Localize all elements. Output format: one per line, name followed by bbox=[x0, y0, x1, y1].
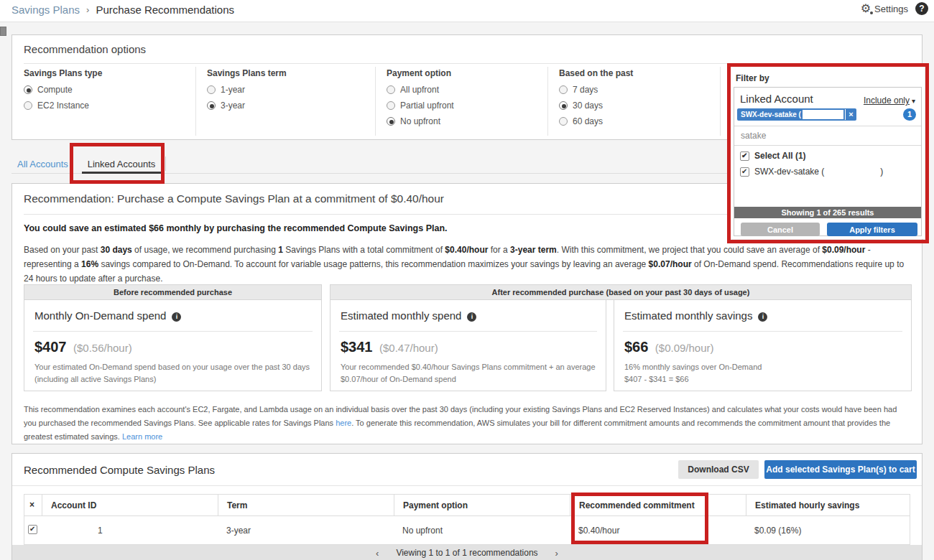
radio-label: 7 days bbox=[573, 85, 598, 95]
radio-icon bbox=[387, 101, 395, 110]
inline-link[interactable]: Learn more bbox=[122, 432, 162, 441]
settings-button[interactable]: ⚙ Settings bbox=[861, 2, 908, 15]
card-description: 16% monthly savings over On-Demand $407 … bbox=[624, 361, 904, 386]
pagination-text: Viewing 1 to 1 of 1 recommendations bbox=[396, 548, 537, 558]
radio-icon bbox=[559, 85, 568, 94]
savings-summary: You could save an estimated $66 monthly … bbox=[24, 223, 448, 233]
divider bbox=[12, 485, 922, 486]
card-title: Monthly On-Demand spendi bbox=[34, 309, 181, 322]
pagination-bar: ‹ Viewing 1 to 1 of 1 recommendations › bbox=[12, 545, 922, 560]
breadcrumb-current: Purchase Recommendations bbox=[96, 4, 234, 16]
column-header-estimated-hourly-savings: Estimated hourly savings bbox=[746, 495, 911, 515]
amount-value: $66 bbox=[624, 339, 648, 355]
recommendation-title: Recommendation: Purchase a Compute Savin… bbox=[24, 192, 444, 205]
info-icon[interactable]: i bbox=[172, 312, 181, 322]
gear-icon: ⚙ bbox=[861, 2, 871, 15]
top-bar: Savings Plans › Purchase Recommendations… bbox=[0, 0, 934, 22]
radio-label: 30 days bbox=[573, 101, 603, 111]
breadcrumb-savings-plans-link[interactable]: Savings Plans bbox=[11, 4, 80, 16]
monthly-on-demand-card: Monthly On-Demand spendi $407 ($0.56/hou… bbox=[24, 299, 322, 391]
group-label: Payment option bbox=[387, 68, 454, 78]
info-icon[interactable]: i bbox=[467, 312, 476, 322]
divider bbox=[339, 331, 597, 332]
help-icon[interactable]: ? bbox=[915, 2, 928, 15]
divider bbox=[720, 67, 721, 136]
account-option[interactable]: SWX-dev-satake () bbox=[740, 167, 883, 177]
row-checkbox[interactable] bbox=[28, 525, 37, 534]
radio-option-compute[interactable]: Compute bbox=[24, 85, 102, 95]
radio-option-30-days[interactable]: 30 days bbox=[559, 101, 633, 111]
filter-field-label: Linked Account bbox=[740, 93, 813, 105]
after-purchase-header: After recommended purchase (based on you… bbox=[330, 284, 912, 300]
radio-option-no-upfront[interactable]: No upfront bbox=[387, 116, 454, 126]
card-title: Estimated monthly spendi bbox=[341, 309, 476, 322]
cancel-button[interactable]: Cancel bbox=[741, 223, 820, 236]
radio-option-3-year[interactable]: 3-year bbox=[207, 101, 287, 111]
group-label: Based on the past bbox=[559, 68, 633, 78]
radio-label: EC2 Instance bbox=[37, 101, 89, 111]
radio-label: 1-year bbox=[221, 85, 245, 95]
radio-option-7-days[interactable]: 7 days bbox=[559, 85, 633, 95]
inline-link[interactable]: here bbox=[336, 419, 351, 427]
select-all-label: Select All (1) bbox=[754, 151, 806, 161]
checkbox[interactable] bbox=[740, 151, 749, 161]
sidebar-collapse-toggle[interactable] bbox=[0, 27, 6, 36]
radio-option-60-days[interactable]: 60 days bbox=[559, 116, 633, 126]
table-header-row: × Account ID Term Payment option Recomme… bbox=[24, 494, 910, 516]
recommended-plans-panel: Recommended Compute Savings Plans Downlo… bbox=[11, 453, 923, 560]
tab-all-accounts[interactable]: All Accounts bbox=[17, 159, 68, 169]
estimated-monthly-spend-card: Estimated monthly spendi $341 ($0.47/hou… bbox=[330, 299, 606, 391]
group-label: Savings Plans type bbox=[24, 68, 102, 78]
table-title: Recommended Compute Savings Plans bbox=[24, 464, 215, 476]
option-group-type: Savings Plans type Compute EC2 Instance bbox=[24, 68, 102, 116]
breadcrumb-separator-icon: › bbox=[86, 4, 89, 15]
group-label: Savings Plans term bbox=[207, 68, 287, 78]
option-group-lookback: Based on the past 7 days 30 days 60 days bbox=[559, 68, 633, 132]
card-amount: $407 ($0.56/hour) bbox=[34, 339, 132, 355]
card-amount: $341 ($0.47/hour) bbox=[341, 339, 438, 355]
radio-option-all-upfront[interactable]: All upfront bbox=[387, 85, 454, 95]
column-header-account-id: Account ID bbox=[42, 495, 218, 515]
checkbox[interactable] bbox=[740, 167, 749, 177]
card-title: Estimated monthly savingsi bbox=[624, 309, 767, 322]
radio-option-ec2-instance[interactable]: EC2 Instance bbox=[24, 101, 102, 111]
redacted-account-number bbox=[803, 110, 843, 119]
top-actions: ⚙ Settings ? bbox=[861, 2, 928, 15]
divider bbox=[165, 157, 166, 171]
cell-recommended-commitment: $0.40/hour bbox=[570, 516, 746, 544]
filter-actions: Cancel Apply filters bbox=[734, 223, 921, 236]
amount-rate: ($0.47/hour) bbox=[379, 342, 438, 354]
info-icon[interactable]: i bbox=[758, 312, 767, 322]
radio-icon bbox=[207, 101, 216, 110]
apply-filters-button[interactable]: Apply filters bbox=[827, 223, 917, 236]
radio-option-partial-upfront[interactable]: Partial upfront bbox=[387, 101, 454, 111]
recommendation-body: Based on your past 30 days of usage, we … bbox=[24, 243, 912, 286]
divider bbox=[24, 63, 910, 64]
radio-label: All upfront bbox=[400, 85, 439, 95]
breadcrumb: Savings Plans › Purchase Recommendations bbox=[11, 4, 234, 16]
previous-page-icon[interactable]: ‹ bbox=[376, 548, 379, 559]
download-csv-button[interactable]: Download CSV bbox=[678, 460, 759, 479]
include-only-dropdown[interactable]: Include only▾ bbox=[864, 95, 915, 106]
select-all-option[interactable]: Select All (1) bbox=[740, 151, 806, 161]
card-description: Your recommended $0.40/hour Savings Plan… bbox=[341, 361, 598, 386]
select-column-header[interactable]: × bbox=[24, 495, 42, 515]
remove-tag-icon[interactable]: × bbox=[845, 109, 856, 120]
linked-account-filter-card: Linked Account Include only▾ SWX-dev-sat… bbox=[734, 87, 922, 236]
radio-label: Compute bbox=[37, 85, 73, 95]
cell-estimated-hourly-savings: $0.09 (16%) bbox=[746, 516, 911, 544]
cell-account-id: 1 bbox=[42, 516, 218, 544]
filter-search-input[interactable] bbox=[734, 126, 921, 145]
tab-linked-accounts[interactable]: Linked Accounts bbox=[80, 159, 162, 169]
amount-rate: ($0.09/hour) bbox=[655, 342, 714, 354]
card-description: Your estimated On-Demand spend based on … bbox=[34, 361, 314, 386]
chevron-down-icon: ▾ bbox=[912, 97, 915, 105]
amount-rate: ($0.56/hour) bbox=[73, 342, 132, 354]
add-to-cart-button[interactable]: Add selected Savings Plan(s) to cart bbox=[764, 460, 917, 479]
radio-icon bbox=[24, 85, 32, 94]
next-page-icon[interactable]: › bbox=[555, 548, 558, 559]
radio-icon bbox=[24, 101, 32, 110]
radio-option-1-year[interactable]: 1-year bbox=[207, 85, 287, 95]
radio-label: 3-year bbox=[221, 101, 245, 111]
table-row: 1 3-year No upfront $0.40/hour $0.09 (16… bbox=[24, 516, 910, 545]
